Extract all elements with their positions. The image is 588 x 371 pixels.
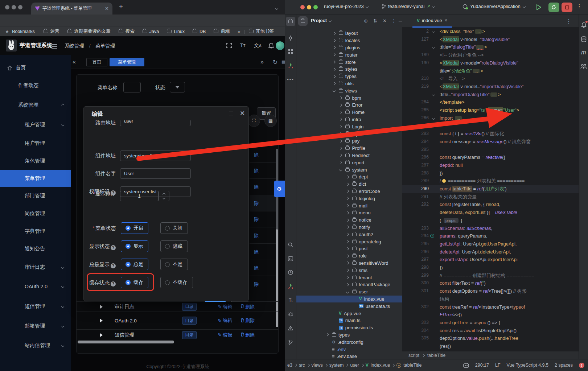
ide-close-button[interactable] (300, 5, 305, 9)
tree-item-views[interactable]: views (296, 87, 402, 94)
search-tool-icon[interactable] (286, 240, 295, 250)
tree-item-errorCode[interactable]: errorCode (296, 188, 402, 195)
h-scrollbar-thumb[interactable] (78, 341, 174, 343)
chevron-closed-icon[interactable] (339, 104, 342, 107)
bookmarks-star-icon[interactable]: ★ (5, 29, 9, 34)
delete-link-fragment[interactable]: 除 (254, 265, 259, 271)
chevron-closed-icon[interactable] (346, 283, 349, 286)
tree-item-.env.base[interactable]: ≡.env.base (296, 353, 402, 359)
delete-link[interactable]: 删除 (240, 304, 255, 310)
tree-item-utils[interactable]: utils (296, 80, 402, 87)
chevron-open-icon[interactable] (339, 168, 342, 171)
code-line-294[interactable]: 294↑ params: queryParams, (402, 232, 579, 240)
help-icon[interactable]: ? (111, 263, 116, 268)
radio-option-unselected[interactable]: 不是 (160, 259, 188, 270)
code-line-295[interactable]: 295 getListApi: UserApi.getUserPageApi, (402, 240, 579, 248)
dialog-header[interactable]: 编辑 ✕ (84, 107, 248, 120)
radio-option-selected[interactable]: 显示 (121, 240, 148, 252)
tags-layout-icon[interactable]: ▦ (281, 59, 285, 64)
fold-arrow-icon[interactable] (432, 93, 435, 96)
new-tab-button[interactable]: + (119, 3, 123, 11)
language-icon[interactable]: 文A (254, 42, 262, 49)
chevron-closed-icon[interactable] (346, 182, 349, 185)
delete-link-fragment[interactable]: 除 (254, 249, 259, 255)
tree-item-.editorconfig[interactable]: ⚙.editorconfig (296, 338, 402, 346)
jrebel-console-icon[interactable] (286, 281, 295, 291)
tree-item-loginlog[interactable]: loginlog (296, 195, 402, 202)
code-line-219[interactable]: 219<XModal v-model="importDialogVisible" (402, 83, 579, 91)
commit-icon[interactable] (286, 33, 295, 43)
chevron-closed-icon[interactable] (346, 218, 349, 221)
tree-item-Home[interactable]: Home (296, 109, 402, 116)
code-line-298[interactable]: 298}) (402, 264, 579, 272)
fold-arrow-icon[interactable] (432, 46, 435, 49)
browser-tab[interactable]: 芋道管理系统 - 菜单管理 ✕ (31, 3, 112, 15)
delete-link-fragment[interactable]: 除 (254, 168, 259, 174)
tree-item-Profile[interactable]: Profile (296, 145, 402, 152)
chevron-open-icon[interactable] (346, 290, 349, 293)
code-line[interactable]: deleteData, exportList }] = useXTable (402, 209, 579, 217)
jrebel-icon[interactable] (286, 61, 295, 70)
tree-item-user.data.ts[interactable]: TSuser.data.ts (296, 302, 402, 310)
tree-item-mp[interactable]: mp (296, 130, 402, 137)
route-path-input[interactable]: user (120, 120, 191, 126)
tabbar-more-icon[interactable]: ⋮ (566, 18, 572, 25)
theme-settings-button[interactable]: ⚙ (274, 181, 285, 197)
code-line-288[interactable]: 288}) (402, 169, 579, 177)
tags-scroll-right-icon[interactable]: » (260, 59, 264, 65)
sidebar-item-岗位管理[interactable]: 岗位管理 (0, 209, 71, 218)
bookmark-item[interactable]: 前端 (214, 28, 230, 34)
project-folder-icon[interactable] (286, 17, 295, 26)
sidebar-item-字典管理[interactable]: 字典管理 (0, 227, 71, 236)
tree-item-types[interactable]: types (296, 73, 402, 80)
chevron-closed-icon[interactable] (332, 75, 335, 78)
tree-item-Login[interactable]: Login (296, 123, 402, 130)
traffic-light-close[interactable] (5, 5, 9, 9)
tree-item-locales[interactable]: locales (296, 37, 402, 44)
bookmarks-overflow-icon[interactable]: » (238, 29, 240, 34)
notification-bell-icon[interactable] (268, 43, 274, 49)
tree-item-.env[interactable]: ≡.env (296, 346, 402, 353)
rerun-button[interactable] (548, 3, 559, 12)
field-input-权限标识[interactable]: system:user:list (120, 186, 191, 197)
tab-close-icon[interactable]: ✕ (105, 6, 109, 11)
code-line-293[interactable]: 293 allSchemas: allSchemas, (402, 224, 579, 232)
edit-link[interactable]: ✎编辑 (218, 332, 232, 338)
run-configuration[interactable]: YudaoServerApplication (462, 4, 525, 9)
code-line[interactable]: title="分配角色"...> (402, 67, 579, 75)
tree-item-tenantPackage[interactable]: tenantPackage (296, 281, 402, 288)
notifications-bell-icon[interactable] (579, 21, 588, 29)
tree-item-notify[interactable]: notify (296, 224, 402, 231)
bookmark-item[interactable]: Java (143, 29, 159, 34)
table-columns-button[interactable]: ▦ (264, 115, 277, 127)
other-bookmarks-folder[interactable]: 其他书签 (249, 28, 274, 34)
tree-item-layout[interactable]: layout (296, 30, 402, 37)
bookmark-item[interactable]: Linux (167, 29, 185, 34)
delete-link-fragment[interactable]: 除 (254, 152, 259, 158)
tree-item-index.vue[interactable]: Vindex.vue (296, 296, 402, 303)
code-line[interactable]: (res)) (402, 342, 579, 350)
chevron-closed-icon[interactable] (346, 226, 349, 228)
chevron-closed-icon[interactable] (346, 211, 349, 214)
field-input-组件名字[interactable]: User (120, 168, 191, 179)
sidebar-item-部门管理[interactable]: 部门管理 (0, 191, 71, 200)
sidebar-item-短信管理[interactable]: 短信管理 (0, 302, 71, 311)
tree-item-operatelog[interactable]: operatelog (296, 238, 402, 245)
code-line[interactable]: ElTree>>() (402, 311, 579, 319)
analysis-error-icon[interactable]: ! (579, 363, 584, 368)
tree-item-sensitiveWord[interactable]: sensitiveWord (296, 260, 402, 267)
tree-item-oauth2[interactable]: oauth2 (296, 231, 402, 238)
fullscreen-icon[interactable] (226, 43, 232, 48)
build-robot-icon[interactable] (463, 363, 469, 368)
tree-item-main.ts[interactable]: TSmain.ts (296, 317, 402, 324)
chevron-closed-icon[interactable] (346, 204, 349, 207)
delete-link-fragment[interactable]: 除 (254, 200, 259, 207)
code-line-285[interactable]: 285 (402, 146, 579, 154)
tree-item-Redirect[interactable]: Redirect (296, 152, 402, 159)
project-view-selector[interactable]: Project (311, 18, 331, 23)
delete-link-fragment[interactable]: 除 (254, 281, 259, 288)
chevron-closed-icon[interactable] (326, 333, 329, 336)
file-language[interactable]: Vue TypeScript 4.9.5 (507, 363, 548, 368)
chevron-closed-icon[interactable] (346, 276, 349, 279)
delete-link[interactable]: 删除 (240, 332, 255, 338)
